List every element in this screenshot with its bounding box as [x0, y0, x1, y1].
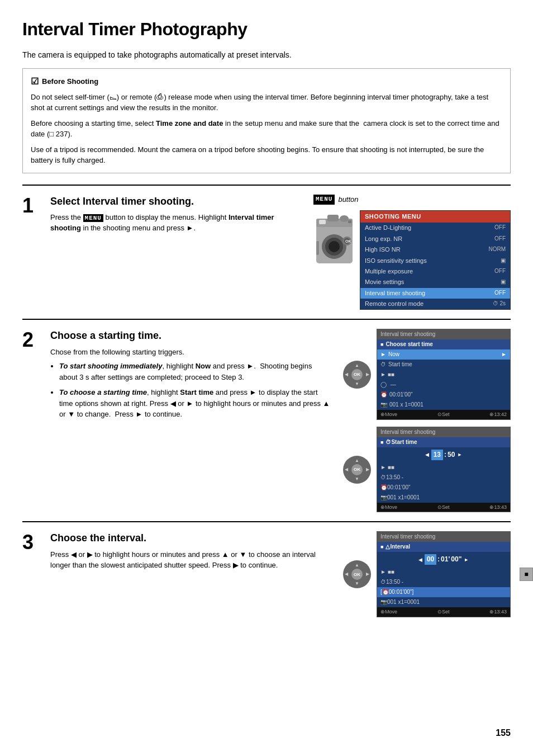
interval-screen-1: Interval timer shooting ■ Choose start t… — [377, 329, 511, 420]
is-row-interval-val: ⏰ 00:01'00" — [377, 390, 510, 400]
is-row2-icon: ► ■■ — [377, 462, 510, 472]
interval-sep1: : — [437, 555, 440, 564]
is-row-timer: ◯ — — [377, 380, 510, 390]
step-1-visuals: OK SHOOTING MENU Active D-Lighting OFF L… — [313, 210, 511, 310]
shooting-menu: SHOOTING MENU Active D-Lighting OFF Long… — [360, 210, 511, 310]
right-arrow-nav3: ► — [464, 556, 469, 564]
is-row-now: ► Now ► — [377, 349, 510, 360]
hour-highlighted: 13 — [431, 450, 443, 460]
svg-rect-5 — [327, 215, 339, 221]
steps-area: 1 Select Interval timer shooting. Press … — [22, 185, 511, 626]
menu-row-4: Multiple exposure OFF — [360, 266, 510, 277]
is-header-text-2: Interval timer shooting — [380, 428, 435, 436]
is-row-starttime: ⏱ Start time — [377, 360, 510, 370]
is-footer-3: ⊕Move ⊙Set ⊕13:43 — [377, 607, 510, 617]
right-arrow-nav: ► — [457, 451, 462, 459]
intro-paragraph: The camera is equipped to take photograp… — [22, 50, 511, 61]
step-1-number: 1 — [22, 195, 39, 310]
ok-button[interactable]: OK — [351, 369, 363, 380]
is-row3-timer: ⏱13:50 - — [377, 577, 510, 587]
step-3-title: Choose the interval. — [50, 531, 332, 545]
footer3-move: ⊕Move — [380, 608, 397, 616]
step-3-text: Press ◀ or ▶ to highlight hours or minut… — [50, 549, 332, 571]
step-1: 1 Select Interval timer shooting. Press … — [22, 185, 511, 319]
is-footer-2: ⊕Move ⊙Set ⊕13:43 — [377, 503, 510, 512]
is-title-3: ■ △Interval — [377, 542, 510, 552]
menu-header: SHOOTING MENU — [360, 211, 510, 223]
nav-left-arrow-2: ◀ — [345, 466, 348, 472]
nav-left-arrow: ◀ — [345, 371, 348, 377]
footer-set: ⊙Set — [437, 411, 450, 418]
svg-text:OK: OK — [345, 239, 351, 243]
is-row-now-icon: ► — [380, 351, 386, 358]
step2-screen2-row: ▲ ▼ ◀ ▶ OK Interval timer shooting ■ ⏱St… — [343, 427, 511, 512]
left-arrow-nav3: ◀ — [418, 556, 422, 564]
is-row3-content: ► ■■ — [380, 568, 394, 576]
ok-button-2[interactable]: OK — [351, 464, 363, 475]
footer-time: ⊕13:42 — [489, 411, 507, 418]
is-row2-count-text: 📷001 x1=0001 — [380, 494, 420, 502]
menu-row-0: Active D-Lighting OFF — [360, 223, 510, 233]
is-row-timer-text: — — [389, 381, 396, 389]
is-row3-timer-text: ⏱13:50 - — [380, 578, 403, 586]
ok-button-3[interactable]: OK — [351, 569, 363, 580]
is-header-1: Interval timer shooting — [377, 329, 510, 339]
check-icon: ☑ — [31, 75, 39, 88]
time-sep: : — [444, 450, 446, 460]
step-3: 3 Choose the interval. Press ◀ or ▶ to h… — [22, 521, 511, 626]
note-title: ☑ Before Shooting — [31, 75, 502, 88]
is-row3-count: 📷001 x1=0001 — [377, 597, 510, 607]
step-3-right: ▲ ▼ ◀ ▶ OK Interval timer shooting ■ △In… — [343, 531, 511, 617]
step-2-right: ▲ ▼ ◀ ▶ OK Interval timer shooting ■ Cho… — [343, 329, 511, 512]
is-icon2: ■ — [380, 439, 383, 446]
is-row-icon-content: ► ■■ — [380, 371, 394, 379]
step-2-number: 2 — [22, 329, 39, 512]
page-corner-icon: ■ — [520, 568, 533, 581]
step-2-bullet2: To choose a starting time, highlight Sta… — [59, 387, 332, 420]
step-2-desc: Chose from the following starting trigge… — [50, 347, 332, 420]
svg-rect-6 — [319, 220, 326, 224]
step-1-desc: Press the MENU button to display the men… — [50, 212, 302, 234]
is-row2-count: 📷001 x1=0001 — [377, 493, 510, 503]
step-1-right: MENU button — [313, 195, 511, 310]
nav-right-arrow-2: ▶ — [366, 466, 369, 472]
step-2-title: Choose a starting time. — [50, 329, 332, 343]
nav-control-step3: ▲ ▼ ◀ ▶ OK — [343, 560, 371, 588]
is-title-text-3: △Interval — [386, 543, 410, 551]
is-row2-interval: ⏰00:01'00" — [377, 483, 510, 493]
is-row3-icon: ► ■■ — [377, 567, 510, 577]
is-title-2: ■ ⏱Start time — [377, 437, 510, 447]
is-count-text: 001 x 1=0001 — [389, 401, 423, 409]
nav-control-step2b: ▲ ▼ ◀ ▶ OK — [343, 456, 371, 484]
is-row3-interval-text: [⏰00:01'00"] — [380, 588, 413, 596]
is-row2-timer-text: ⏱13:50 - — [380, 474, 403, 481]
nav-left-arrow-3: ◀ — [345, 571, 348, 578]
note-title-text: Before Shooting — [42, 77, 98, 87]
step-2-intro: Chose from the following starting trigge… — [50, 347, 332, 358]
minute-display: 50 — [448, 450, 455, 460]
note-para2: Before choosing a starting time, select … — [31, 118, 502, 140]
camera-body-illustration: OK — [313, 210, 355, 272]
interval-time-display: ◀ 00 : 01' 00" ► — [377, 552, 510, 567]
step-1-title: Select Interval timer shooting. — [50, 195, 302, 209]
is-row-now-arrow: ► — [501, 351, 507, 358]
menu-keyword: MENU — [83, 214, 103, 222]
is-title-1: ■ Choose start time — [377, 339, 510, 349]
menu-row-3: ISO sensitivity settings ▣ — [360, 256, 510, 266]
is-row2-timer: ⏱13:50 - — [377, 472, 510, 483]
step-1-title-bold: Interval timer shooting. — [83, 196, 194, 207]
is-row3-count-text: 📷001 x1=0001 — [380, 598, 420, 606]
footer2-set: ⊙Set — [437, 504, 450, 511]
footer2-move: ⊕Move — [380, 504, 397, 511]
is-footer-1: ⊕Move ⊙Set ⊕13:42 — [377, 410, 510, 419]
page-number: 155 — [496, 727, 511, 739]
svg-rect-7 — [348, 220, 351, 223]
interval-sec: 00" — [451, 555, 461, 564]
footer3-time: ⊕13:43 — [489, 608, 507, 616]
step2-screen1-row: ▲ ▼ ◀ ▶ OK Interval timer shooting ■ Cho… — [343, 329, 511, 420]
left-arrow-nav: ◀ — [425, 451, 429, 459]
is-row2-content: ► ■■ — [380, 464, 394, 471]
interval-screen-3: Interval timer shooting ■ △Interval ◀ 00… — [377, 531, 511, 617]
step-2-content: Choose a starting time. Chose from the f… — [50, 329, 332, 512]
is-title-text-1: Choose start time — [386, 341, 432, 348]
